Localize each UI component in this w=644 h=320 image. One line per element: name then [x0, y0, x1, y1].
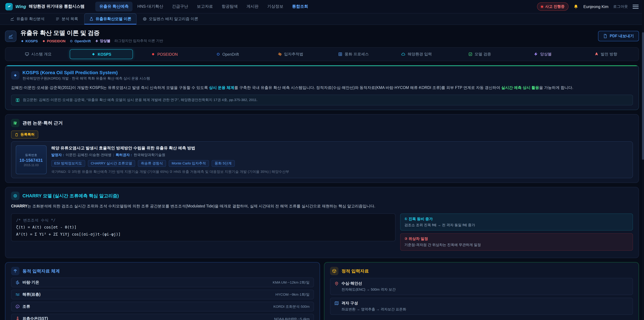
scrollbar-thumb[interactable] — [642, 32, 644, 160]
page-title: 유출유 확산 모델 이론 및 검증 — [20, 29, 163, 37]
subtab-label: 오일펜스 배치 알고리즘 이론 — [149, 17, 198, 22]
rings-icon — [11, 192, 20, 200]
tab-poseidon[interactable]: POSEIDON — [133, 49, 196, 59]
chart-scatter-icon — [10, 17, 14, 21]
circle-icon — [42, 39, 46, 43]
tag-monte-carlo[interactable]: Monte Carlo 입자추적 — [169, 160, 209, 167]
kosps-title: KOSPS (Korea Oil Spill Prediction System… — [22, 70, 150, 75]
tab-particle-tracking[interactable]: 입자추적법 — [259, 49, 322, 59]
ring-icon — [216, 52, 220, 56]
dynamic-row-tidal-current[interactable]: 조류 KORDI 조화분석·500m — [11, 302, 314, 311]
topnav-right-cluster: 사고 진행중 Eunjeong Kim 로그아웃 — [537, 2, 639, 11]
nav-item-aerial-search[interactable]: 항공탐색 — [218, 2, 242, 12]
charry-callouts: ① 진폭 동비 증가 검조소 조위 진폭 f배 → 전 격자 동일 f배 증가 … — [400, 213, 633, 253]
nav-item-integrated-search[interactable]: 통합조회 — [288, 2, 312, 12]
top-navbar: Wing 해양환경 위기대응 통합시스템 유출유 확산예측 HNS·대기확산 긴… — [0, 0, 644, 14]
wind-icon — [16, 280, 20, 284]
brand-name: Wing — [16, 4, 26, 9]
app-viewport: Wing 해양환경 위기대응 통합시스템 유출유 확산예측 HNS·대기확산 긴… — [0, 0, 644, 320]
circle-icon — [151, 52, 155, 56]
tag-charry-model[interactable]: CHARRY 실시간 조류모델 — [88, 160, 135, 167]
thermometer-icon — [16, 316, 20, 320]
badge-opendrift: OpenDrift — [70, 39, 91, 43]
swirl-icon — [16, 304, 20, 309]
tag-weathering-stages[interactable]: 풍화 5단계 — [212, 160, 235, 167]
diamond-icon — [92, 52, 96, 56]
menu-hamburger-icon[interactable] — [632, 5, 639, 9]
tag-wind-driven-formula[interactable]: 취송류 경험식 — [138, 160, 166, 167]
nav-item-oil-spill-prediction[interactable]: 유출유 확산예측 — [95, 2, 133, 12]
reference-box: 참고문헌: 김혜진·이문진·오세웅·강준묵, “유출유 확산 예측 모델의 상시… — [11, 95, 633, 105]
diamond-icon — [20, 39, 24, 43]
tab-system-overview[interactable]: 시스템 개요 — [7, 49, 70, 59]
papers-title: 관련 논문·특허 근거 — [22, 120, 63, 126]
subtab-spill-analysis[interactable]: 유출유 확산분석 — [5, 14, 49, 25]
page-scrollbar[interactable] — [642, 0, 644, 320]
books-icon — [11, 119, 20, 127]
static-input-section: 정적 입력자료 수심·해안선 전자해도(ENC) → 500m 격자 보간 격자… — [324, 262, 639, 320]
registered-patent-badge: 등록특허 — [11, 131, 38, 139]
nav-item-hns-air-dispersion[interactable]: HNS·대기확산 — [133, 2, 167, 12]
flask-icon — [89, 17, 94, 21]
assignee: 한국해양과학기술원 — [134, 153, 165, 157]
reg-number-label: 등록번호 — [25, 153, 37, 157]
subtab-model-theory[interactable]: 유출유확산모델 이론 — [84, 14, 136, 25]
static-row-grid-config[interactable]: 격자 구성 좌표변환 → 영역추출 → 격자보간 표준화 — [330, 298, 633, 315]
brand[interactable]: Wing 해양환경 위기대응 통합시스템 — [5, 3, 84, 10]
inventors-label: 발명자 : — [51, 153, 64, 157]
tab-opendrift[interactable]: OpenDrift — [196, 49, 259, 59]
page-chart-icon — [5, 30, 16, 42]
nav-item-emergency-rescue[interactable]: 긴급구난 — [168, 2, 192, 12]
modulated-tide-codeblock: /* 변조조석 수식 */ ζ(t) = A(t) cos[σt - θ(t)]… — [11, 213, 395, 241]
package-icon — [330, 267, 338, 275]
code-line-2: A²(t) = Σ Yi² + 2Σ YiYj cos[(σi-σj)t-(φi… — [16, 231, 390, 238]
wing-logo-icon — [5, 3, 13, 10]
charry-description: CHARRY는 조화분석에 의한 검조소 실시간 조위와 조석 수치모델링에 의… — [11, 203, 633, 210]
incident-label: 사고 진행중 — [545, 4, 564, 9]
subtab-oilfence-theory[interactable]: 오일펜스 배치 알고리즘 이론 — [138, 14, 203, 25]
notification-bell-icon[interactable] — [574, 4, 579, 9]
nav-item-board[interactable]: 게시판 — [242, 2, 263, 12]
reg-date: 2015.11.03 — [24, 163, 38, 167]
dynamic-row-sst[interactable]: 표층수온(SST) NOAA AVHRR·~5.4km — [11, 314, 314, 320]
pdf-export-button[interactable]: PDF 내보내기 — [598, 31, 639, 41]
badge-kosps: KOSPS — [20, 39, 38, 43]
input-data-columns: 동적 입력자료 체계 바람·기온 KMA UM·~12km·2회/일 해류(표층… — [5, 262, 639, 320]
tab-ensemble[interactable]: 앙상블 — [511, 49, 574, 59]
patent-card[interactable]: 등록번호 10-1567431 2015.11.03 해양 유류오염사고 발생시… — [11, 141, 633, 178]
logout-button[interactable]: 로그아웃 — [613, 4, 628, 9]
tab-model-validation[interactable]: 모델 검증 — [448, 49, 511, 59]
inventors: 이문진·김혜진·이승현·전태병 — [66, 153, 111, 157]
nav-item-weather[interactable]: 기상정보 — [263, 2, 288, 12]
kosps-diamond-icon — [11, 71, 20, 80]
subtab-label: 유출유 확산분석 — [16, 17, 44, 22]
ring-icon — [70, 39, 73, 43]
static-row-bathymetry[interactable]: 수심·해안선 전자해도(ENC) → 500m 격자 보간 — [330, 278, 633, 295]
reg-number: 10-1567431 — [20, 158, 43, 163]
code-line-1: ζ(t) = A(t) cos[σt - θ(t)] — [16, 224, 390, 231]
patent-title: 해양 유류오염사고 발생시 효율적인 방제방안 수립을 위한 유출유 확산 예측… — [51, 145, 289, 151]
nav-item-reports[interactable]: 보고자료 — [193, 2, 217, 12]
grid-icon — [338, 52, 343, 56]
charry-bold: CHARRY — [11, 204, 28, 208]
dynamic-row-wind-temp[interactable]: 바람·기온 KMA UM·~12km·2회/일 — [11, 277, 314, 287]
subtab-analysis-list[interactable]: 분석 목록 — [50, 14, 83, 25]
tab-future-direction[interactable]: 발전 방향 — [574, 49, 637, 59]
dynamic-row-surface-current[interactable]: 해류(표층) HYCOM·~9km·1회/일 — [11, 290, 314, 299]
tab-marine-env-input[interactable]: 해양환경 입력 — [385, 49, 448, 59]
tab-kosps[interactable]: KOSPS — [70, 49, 133, 59]
user-name[interactable]: Eunjeong Kim — [584, 4, 608, 9]
map-icon — [334, 301, 339, 305]
bolt-icon — [95, 39, 98, 43]
tag-esi-map[interactable]: ESI 방제정보지도 — [51, 160, 85, 167]
tab-weathering-process[interactable]: 풍화 프로세스 — [322, 49, 385, 59]
target-icon — [142, 17, 147, 21]
sub-navbar: 유출유 확산분석 분석 목록 유출유확산모델 이론 오일펜스 배치 알고리즘 이… — [0, 14, 644, 25]
system-title: 해양환경 위기대응 통합시스템 — [29, 4, 84, 10]
list-icon — [55, 17, 60, 21]
book-icon — [16, 98, 20, 102]
papers-header: 관련 논문·특허 근거 — [11, 119, 633, 127]
page-title-block: 유출유 확산 모델 이론 및 검증 KOSPS POSEIDON OpenDri… — [20, 29, 163, 43]
meta-divider: | — [113, 153, 114, 157]
incident-status-badge[interactable]: 사고 진행중 — [537, 2, 568, 11]
